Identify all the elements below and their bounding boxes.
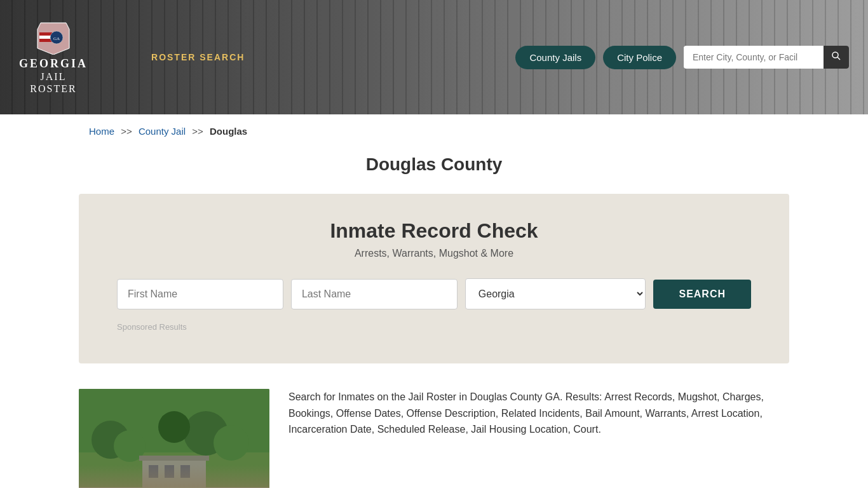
first-name-input[interactable] — [117, 279, 283, 309]
breadcrumb: Home >> County Jail >> Douglas — [0, 114, 868, 148]
svg-rect-18 — [165, 465, 174, 478]
svg-line-8 — [837, 57, 840, 60]
city-police-button[interactable]: City Police — [603, 46, 676, 69]
logo-text-jail: JAIL — [41, 71, 67, 83]
breadcrumb-current: Douglas — [210, 126, 247, 137]
svg-point-15 — [158, 411, 190, 443]
record-check-section: Inmate Record Check Arrests, Warrants, M… — [79, 194, 789, 363]
svg-rect-19 — [180, 465, 190, 478]
last-name-input[interactable] — [291, 279, 458, 309]
record-check-subtitle: Arrests, Warrants, Mugshot & More — [117, 248, 751, 259]
svg-rect-4 — [39, 39, 52, 42]
svg-point-14 — [214, 425, 249, 461]
nav-right: County Jails City Police — [515, 46, 849, 69]
bottom-section: Search for Inmates on the Jail Roster in… — [0, 389, 868, 488]
nav-roster-search[interactable]: ROSTER SEARCH — [151, 52, 245, 62]
record-check-title: Inmate Record Check — [117, 219, 751, 243]
svg-rect-20 — [139, 456, 209, 461]
record-check-form: AlabamaAlaskaArizonaArkansasCaliforniaCo… — [117, 278, 751, 309]
header-search-input[interactable] — [684, 47, 824, 67]
georgia-seal-icon: GA — [34, 20, 72, 55]
header-search-button[interactable] — [824, 46, 849, 69]
state-select[interactable]: AlabamaAlaskaArizonaArkansasCaliforniaCo… — [465, 278, 646, 309]
jail-image — [79, 389, 269, 488]
logo-text-roster: ROSTER — [30, 83, 76, 95]
breadcrumb-sep1: >> — [121, 126, 132, 137]
record-search-button[interactable]: SEARCH — [653, 280, 751, 309]
jail-description: Search for Inmates on the Jail Roster in… — [288, 389, 789, 438]
jail-photo-svg — [79, 389, 269, 488]
svg-text:GA: GA — [53, 36, 60, 41]
breadcrumb-sep2: >> — [192, 126, 203, 137]
svg-point-7 — [832, 52, 838, 58]
header-search-bar — [684, 46, 849, 69]
svg-rect-16 — [142, 459, 206, 488]
site-header: GA GEORGIA JAIL ROSTER ROSTER SEARCH Cou… — [0, 0, 868, 114]
breadcrumb-home[interactable]: Home — [89, 126, 114, 137]
svg-rect-2 — [39, 32, 52, 36]
sponsored-results-label: Sponsored Results — [117, 322, 751, 332]
search-icon — [831, 51, 841, 61]
logo-text-georgia: GEORGIA — [19, 57, 88, 71]
page-title: Douglas County — [0, 154, 868, 175]
county-jails-button[interactable]: County Jails — [515, 46, 595, 69]
site-logo[interactable]: GA GEORGIA JAIL ROSTER — [19, 20, 88, 95]
svg-rect-17 — [149, 465, 158, 478]
breadcrumb-county-jail[interactable]: County Jail — [139, 126, 186, 137]
